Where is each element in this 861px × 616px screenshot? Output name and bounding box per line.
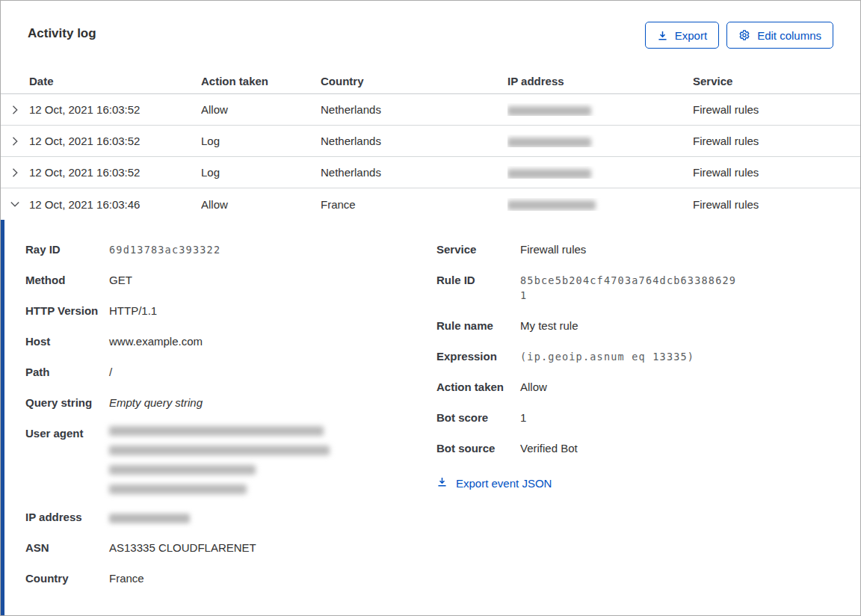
field-bot-score: Bot score 1 bbox=[436, 410, 833, 425]
field-label: Host bbox=[25, 334, 109, 349]
field-expression: Expression (ip.geoip.asnum eq 13335) bbox=[436, 349, 833, 364]
field-value: AS13335 CLOUDFLARENET bbox=[109, 540, 256, 555]
field-label: HTTP Version bbox=[25, 304, 109, 318]
field-value: Firewall rules bbox=[520, 242, 586, 257]
redacted-ip-address bbox=[507, 169, 591, 179]
field-asn: ASN AS13335 CLOUDFLARENET bbox=[25, 540, 436, 555]
cell-ip bbox=[507, 135, 693, 147]
field-bot-source: Bot source Verified Bot bbox=[436, 441, 833, 456]
field-method: Method GET bbox=[25, 273, 436, 288]
cell-service: Firewall rules bbox=[693, 103, 860, 116]
field-value: 69d13783ac393322 bbox=[109, 242, 220, 257]
expand-toggle[interactable] bbox=[1, 136, 29, 147]
table-row[interactable]: 12 Oct, 2021 16:03:52 Log Netherlands Fi… bbox=[1, 126, 860, 157]
expand-toggle[interactable] bbox=[1, 105, 29, 115]
event-detail-panel: Ray ID 69d13783ac393322 Method GET HTTP … bbox=[1, 220, 860, 615]
cell-date: 12 Oct, 2021 16:03:46 bbox=[29, 198, 201, 211]
field-value: Empty query string bbox=[109, 395, 203, 410]
field-label: Rule name bbox=[436, 318, 520, 333]
download-icon bbox=[657, 30, 668, 41]
redacted-user-agent bbox=[109, 426, 330, 494]
panel-header: Activity log Export Edit columns bbox=[1, 1, 860, 49]
expand-toggle[interactable] bbox=[1, 167, 29, 178]
redacted-ip-address bbox=[109, 514, 190, 523]
field-service: Service Firewall rules bbox=[436, 242, 833, 257]
export-event-json-label: Export event JSON bbox=[456, 477, 552, 490]
activity-log-table: Date Action taken Country IP address Ser… bbox=[1, 68, 860, 220]
field-value: 85bce5b204cf4703a764dcb633886291 bbox=[520, 273, 738, 303]
field-value: Allow bbox=[520, 380, 547, 395]
table-row-expanded[interactable]: 12 Oct, 2021 16:03:46 Allow France Firew… bbox=[1, 188, 860, 220]
field-value bbox=[109, 510, 190, 525]
field-label: Ray ID bbox=[25, 242, 109, 257]
table-row[interactable]: 12 Oct, 2021 16:03:52 Log Netherlands Fi… bbox=[1, 157, 860, 188]
field-label: User agent bbox=[25, 426, 109, 494]
cell-action: Log bbox=[201, 135, 321, 147]
cell-date: 12 Oct, 2021 16:03:52 bbox=[29, 135, 201, 147]
field-label: Bot score bbox=[436, 410, 520, 425]
chevron-right-icon bbox=[10, 167, 20, 178]
field-host: Host www.example.com bbox=[25, 334, 436, 349]
chevron-right-icon bbox=[10, 105, 20, 115]
cell-country: Netherlands bbox=[321, 135, 507, 147]
cell-date: 12 Oct, 2021 16:03:52 bbox=[29, 103, 201, 116]
export-event-json-link[interactable]: Export event JSON bbox=[436, 476, 552, 490]
field-label: IP address bbox=[25, 510, 109, 525]
redacted-text-line bbox=[109, 465, 256, 475]
field-label: Service bbox=[436, 242, 520, 257]
page-title: Activity log bbox=[28, 22, 96, 41]
cell-country: Netherlands bbox=[321, 166, 507, 179]
field-label: ASN bbox=[25, 540, 109, 555]
cell-service: Firewall rules bbox=[693, 166, 860, 179]
export-button[interactable]: Export bbox=[645, 22, 719, 49]
cell-action: Log bbox=[201, 166, 321, 179]
field-path: Path / bbox=[25, 365, 436, 380]
field-action-taken: Action taken Allow bbox=[436, 380, 833, 395]
cell-action: Allow bbox=[201, 198, 321, 211]
redacted-text-line bbox=[109, 446, 330, 455]
column-header-country: Country bbox=[321, 75, 507, 87]
field-ip-address: IP address bbox=[25, 510, 436, 525]
field-label: Action taken bbox=[436, 380, 520, 395]
field-query-string: Query string Empty query string bbox=[25, 395, 436, 410]
cell-service: Firewall rules bbox=[693, 135, 860, 147]
redacted-text-line bbox=[109, 426, 324, 436]
redacted-text-line bbox=[109, 484, 247, 494]
export-button-label: Export bbox=[675, 29, 707, 42]
cell-action: Allow bbox=[201, 103, 321, 116]
redacted-ip-address bbox=[507, 106, 591, 116]
table-row[interactable]: 12 Oct, 2021 16:03:52 Allow Netherlands … bbox=[1, 94, 860, 126]
field-label: Method bbox=[25, 273, 109, 288]
field-value: Verified Bot bbox=[520, 441, 578, 456]
cell-ip bbox=[507, 166, 693, 179]
field-ray-id: Ray ID 69d13783ac393322 bbox=[25, 242, 436, 257]
column-header-date: Date bbox=[29, 75, 201, 87]
field-label: Expression bbox=[436, 349, 520, 364]
field-value: France bbox=[109, 571, 144, 586]
activity-log-panel: Activity log Export Edit columns bbox=[0, 0, 861, 616]
edit-columns-button[interactable]: Edit columns bbox=[726, 22, 833, 49]
table-header-row: Date Action taken Country IP address Ser… bbox=[1, 68, 860, 94]
field-country: Country France bbox=[25, 571, 436, 586]
field-label: Rule ID bbox=[436, 273, 520, 303]
field-label: Country bbox=[25, 571, 109, 586]
gear-icon bbox=[738, 29, 750, 41]
cell-service: Firewall rules bbox=[693, 198, 860, 211]
cell-country: France bbox=[321, 198, 507, 211]
field-label: Bot source bbox=[436, 441, 520, 456]
expand-toggle[interactable] bbox=[1, 199, 29, 209]
field-user-agent: User agent bbox=[25, 426, 436, 494]
column-header-ip: IP address bbox=[507, 75, 693, 87]
column-header-service: Service bbox=[693, 75, 860, 87]
field-value: GET bbox=[109, 273, 132, 288]
chevron-down-icon bbox=[10, 199, 20, 209]
field-value: / bbox=[109, 365, 112, 380]
toolbar: Export Edit columns bbox=[645, 22, 833, 49]
field-value: (ip.geoip.asnum eq 13335) bbox=[520, 349, 694, 364]
field-rule-id: Rule ID 85bce5b204cf4703a764dcb633886291 bbox=[436, 273, 833, 303]
column-header-action: Action taken bbox=[201, 75, 321, 87]
cell-country: Netherlands bbox=[321, 103, 507, 116]
field-rule-name: Rule name My test rule bbox=[436, 318, 833, 333]
detail-left-column: Ray ID 69d13783ac393322 Method GET HTTP … bbox=[25, 242, 436, 615]
field-value: HTTP/1.1 bbox=[109, 304, 157, 318]
